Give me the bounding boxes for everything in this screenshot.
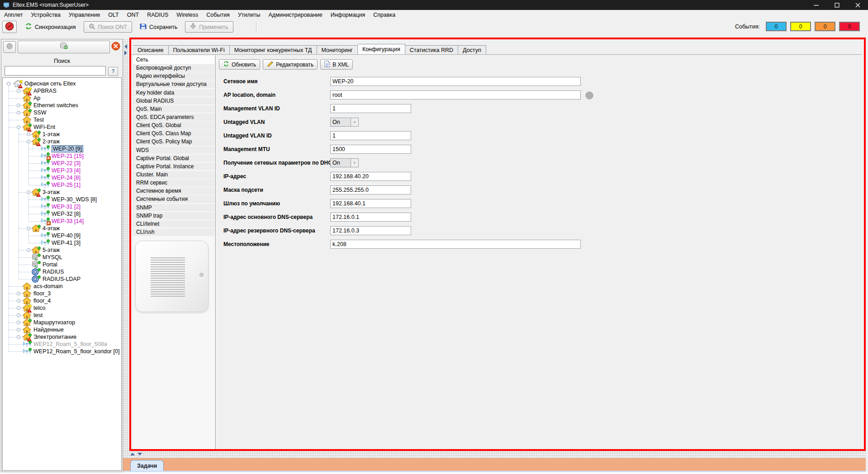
horizontal-splitter[interactable] (123, 451, 866, 458)
field-value: 192.168.40.1 (331, 199, 367, 208)
form-row: Untagged VLAN On ▼ (0, 118, 868, 128)
field-input[interactable]: 1 ▼ (330, 131, 411, 140)
menu-item[interactable]: Апплет (0, 10, 27, 20)
field-value: 255.255.255.0 (331, 186, 370, 194)
search-icon-icon (89, 23, 95, 31)
close-button[interactable] (847, 0, 868, 10)
save-icon-icon (140, 23, 147, 31)
toolbar-buttons: Синхронизация Поиск ONT Сохранить Примен… (20, 21, 233, 33)
tab[interactable]: Конфигурация (358, 44, 405, 55)
menu-item[interactable]: Справка (369, 10, 399, 20)
field-input[interactable]: 192.168.40.1 ▼ (330, 199, 411, 208)
field-label: IP-адрес основного DNS-сервера (223, 213, 313, 222)
window-title: Eltex.EMS <roman:SuperUser> (13, 0, 89, 10)
chevron-down-icon[interactable]: ▼ (351, 118, 358, 126)
field-label: IP-адрес (223, 172, 246, 181)
toolbar-button-label: Поиск ONT (98, 24, 128, 30)
tab[interactable]: Мониторинг конкурентных ТД (230, 45, 317, 55)
field-input[interactable]: k.208 ▼ (330, 240, 581, 249)
field-label: Местоположение (223, 240, 269, 249)
toolbar-separator (256, 22, 257, 32)
field-label: Untagged VLAN (223, 118, 265, 127)
expand-up-icon[interactable] (130, 453, 135, 455)
collapse-right-icon[interactable] (124, 51, 127, 55)
gray-circle-icon (6, 43, 13, 51)
field-value: root (331, 91, 344, 99)
field-label: Untagged VLAN ID (223, 131, 272, 140)
form-row: Получение сетевых параметров по DHCP On … (0, 158, 868, 168)
toolbar-button-label: Сохранить (149, 24, 177, 30)
menu-item[interactable]: События (202, 10, 234, 20)
event-counter[interactable]: 0 (839, 22, 860, 31)
chevron-down-icon[interactable]: ▼ (351, 159, 358, 167)
field-input[interactable]: root ▼ (330, 90, 581, 100)
form-row: Untagged VLAN ID 1 ▼ (0, 131, 868, 141)
field-input[interactable]: 172.16.0.3 ▼ (330, 226, 411, 235)
form-row: Management MTU 1500 ▼ (0, 145, 868, 155)
sidebar-db-sync-button[interactable] (18, 41, 110, 53)
alarm-button[interactable] (2, 21, 17, 33)
menu-item[interactable]: ONT (123, 10, 143, 20)
collapse-down-icon[interactable] (138, 453, 142, 455)
form-row: AP location, domain root ▼ (0, 90, 868, 100)
field-label: Management VLAN ID (223, 104, 280, 113)
sync-icon-icon (25, 23, 32, 31)
menu-item[interactable]: Устройства (27, 10, 64, 20)
collapse-left-icon[interactable] (124, 44, 127, 49)
field-label: Management MTU (223, 145, 270, 154)
event-counter[interactable]: 0 (766, 22, 787, 31)
toolbar-button[interactable]: Сохранить (135, 21, 182, 33)
field-input[interactable]: 172.16.0.1 ▼ (330, 213, 411, 222)
panel-close-icon (111, 42, 120, 52)
tab[interactable]: Доступ (458, 45, 486, 55)
menu-item[interactable]: RADIUS (143, 10, 172, 20)
field-value: 1500 (331, 145, 347, 153)
main-tabs: ОписаниеПользователи Wi-FiМониторинг кон… (133, 44, 486, 55)
sidebar-close-button[interactable] (110, 42, 121, 52)
field-label: AP location, domain (223, 90, 275, 100)
toolbar-button-label: Синхронизация (35, 24, 76, 30)
menu-item[interactable]: Информация (327, 10, 370, 20)
tasks-bar: Задачи (123, 458, 866, 471)
minimize-button[interactable] (806, 0, 826, 10)
menu-item[interactable]: Администрирование (265, 10, 327, 20)
config-form: Сетевое имя WEP-20 ▼ AP location, domain… (0, 55, 868, 453)
maximize-button[interactable] (826, 0, 847, 10)
form-row: Шлюз по умолчанию 192.168.40.1 ▼ (0, 199, 868, 209)
menu-item[interactable]: Управление (65, 10, 104, 20)
apply-icon-icon (190, 23, 196, 31)
field-value: On (331, 118, 342, 126)
tab[interactable]: Статистика RRD (405, 45, 458, 55)
event-counter[interactable]: 0 (790, 22, 811, 31)
tasks-tab[interactable]: Задачи (130, 460, 164, 471)
field-input[interactable]: 192.168.40.20 ▼ (330, 172, 411, 181)
tab[interactable]: Описание (133, 45, 169, 55)
menu-bar: АпплетУстройстваУправлениеOLTONTRADIUSWi… (0, 10, 868, 20)
field-label: Шлюз по умолчанию (223, 199, 280, 208)
toolbar-button[interactable]: Синхронизация (20, 21, 81, 33)
menu-item[interactable]: Утилиты (234, 10, 265, 20)
field-label: Сетевое имя (223, 77, 258, 86)
toolbar-button[interactable]: Применить (185, 21, 233, 33)
toolbar-button[interactable]: Поиск ONT (84, 21, 133, 33)
field-input[interactable]: On ▼ (330, 118, 359, 127)
toolbar: Синхронизация Поиск ONT Сохранить Примен… (0, 20, 868, 34)
field-label: Получение сетевых параметров по DHCP (223, 158, 336, 167)
form-row: Маска подсети 255.255.255.0 ▼ (0, 185, 868, 195)
sidebar-circle-button[interactable] (3, 41, 16, 53)
field-input[interactable]: 1500 ▼ (330, 145, 411, 154)
db-sync-icon (59, 42, 68, 52)
tab[interactable]: Пользователи Wi-Fi (169, 45, 230, 55)
field-input[interactable]: On ▼ (330, 158, 359, 167)
field-input[interactable]: 255.255.255.0 ▼ (330, 185, 411, 194)
field-input[interactable]: 1 ▼ (330, 104, 411, 113)
event-counter[interactable]: 0 (815, 22, 835, 31)
field-value: 172.16.0.3 (331, 227, 361, 235)
field-label: IP-адрес резервного DNS-сервера (223, 226, 315, 235)
field-input[interactable]: WEP-20 ▼ (330, 77, 581, 86)
events-label: События: (704, 22, 760, 31)
menu-item[interactable]: Wireless (172, 10, 202, 20)
field-value: k.208 (331, 240, 348, 248)
menu-item[interactable]: OLT (104, 10, 123, 20)
tab[interactable]: Мониторинг (317, 45, 358, 55)
